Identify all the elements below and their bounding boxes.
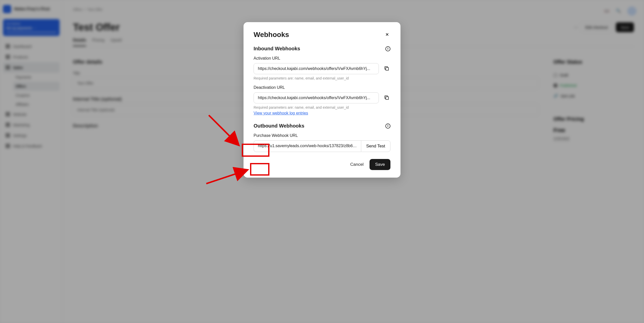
copy-deactivation-button[interactable] [383, 94, 390, 102]
send-test-button[interactable]: Send Test [361, 140, 390, 152]
copy-icon [384, 95, 389, 100]
activation-label: Activation URL [254, 56, 390, 61]
deactivation-url-input[interactable]: https://checkout.kajabi.com/webhooks/off… [254, 92, 379, 103]
webhook-log-link[interactable]: View your webhook log entries [254, 111, 308, 115]
close-button[interactable] [384, 31, 390, 38]
outbound-header: Outbound Webhooks [254, 123, 304, 129]
purchase-label: Purchase Webhook URL [254, 133, 390, 138]
cancel-button[interactable]: Cancel [349, 159, 365, 170]
save-button[interactable]: Save [370, 159, 390, 170]
copy-icon [384, 66, 389, 71]
info-icon[interactable]: i [385, 124, 390, 129]
svg-rect-1 [386, 97, 388, 99]
deactivation-helper: Required parameters are: name, email, an… [254, 105, 390, 109]
purchase-url-input[interactable]: https://u1.savemyleads.com/web-hooks/137… [254, 140, 361, 152]
svg-rect-0 [386, 67, 388, 70]
inbound-header: Inbound Webhooks [254, 46, 300, 52]
close-icon [385, 32, 389, 37]
webhooks-modal: Webhooks Inbound Webhooks i Activation U… [244, 22, 400, 178]
activation-url-input[interactable]: https://checkout.kajabi.com/webhooks/off… [254, 63, 379, 74]
activation-helper: Required parameters are: name, email, an… [254, 76, 390, 80]
info-icon[interactable]: i [385, 46, 390, 51]
deactivation-label: Deactivation URL [254, 85, 390, 90]
modal-title: Webhooks [254, 31, 289, 39]
copy-activation-button[interactable] [383, 65, 390, 73]
